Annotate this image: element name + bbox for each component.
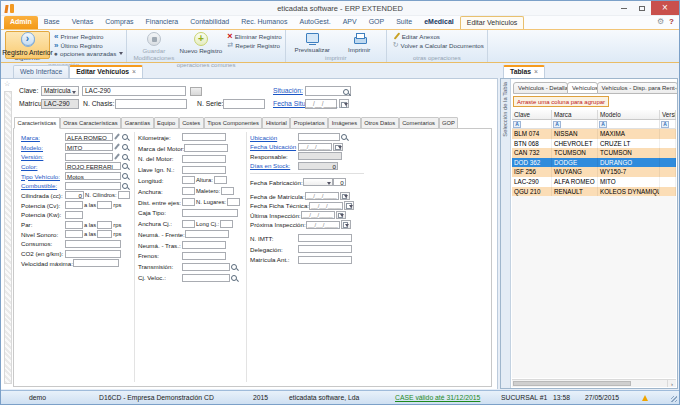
filter-cell[interactable]: [660, 120, 676, 128]
nivel-sonoro-field[interactable]: [97, 230, 112, 238]
edit-icon[interactable]: [113, 143, 121, 151]
cell[interactable]: [660, 187, 676, 197]
ribbon-tab-financiera[interactable]: Financiera: [140, 16, 185, 29]
filter-cell[interactable]: [598, 120, 660, 128]
filter-icon[interactable]: [599, 121, 607, 128]
potencia-cv-field[interactable]: [65, 201, 83, 209]
cell[interactable]: DURANGO: [598, 158, 660, 168]
filter-cell[interactable]: [552, 120, 598, 128]
ribbon-tab-compras[interactable]: Compras: [99, 16, 139, 29]
anchura-field[interactable]: [182, 187, 195, 195]
caja-tipo-field[interactable]: [182, 209, 238, 217]
anchura-cj-field[interactable]: [182, 220, 195, 228]
scroll-right-arrow-icon[interactable]: [667, 380, 676, 387]
edit-icon[interactable]: [113, 133, 121, 141]
cell[interactable]: MITO: [598, 177, 660, 187]
combustible-field[interactable]: [65, 182, 121, 190]
search-icon[interactable]: [121, 143, 129, 151]
search-icon[interactable]: [121, 172, 129, 180]
search-icon[interactable]: [340, 133, 348, 141]
dist-entre-ejes-field[interactable]: [227, 198, 240, 206]
form-tab-costes[interactable]: Costes: [179, 117, 204, 129]
filter-icon[interactable]: [553, 121, 561, 128]
cell[interactable]: [660, 148, 676, 158]
tipo-vehiculo-label[interactable]: Tipo Vehículo:: [21, 173, 65, 180]
anchura-cj-field[interactable]: [220, 220, 233, 228]
calendar-icon[interactable]: [344, 201, 354, 210]
warning-icon[interactable]: [642, 395, 648, 401]
cell[interactable]: BTN 068: [512, 139, 552, 149]
ribbon-tab-base[interactable]: Base: [38, 16, 66, 29]
potencia-kw-field[interactable]: [65, 211, 83, 219]
table-row-blm-074[interactable]: BLM 074NISSANMAXIMA: [512, 129, 676, 139]
marca-field[interactable]: ALFA ROMEO: [65, 133, 113, 141]
kilometraje-field[interactable]: [182, 133, 226, 141]
ribbon-tab-admin[interactable]: Admin: [4, 16, 38, 29]
par-field[interactable]: [65, 221, 83, 229]
cell[interactable]: [660, 139, 676, 149]
fecha-ubicacion-field[interactable]: __/__/____: [298, 143, 332, 151]
calendar-icon[interactable]: [333, 143, 343, 152]
form-tab-propietarios[interactable]: Propietarios: [290, 117, 328, 129]
cell[interactable]: LAC-290: [512, 177, 552, 187]
combustible-label[interactable]: Combustible:: [21, 182, 65, 189]
cell[interactable]: KOLEOS DYNAMIQUE: [598, 187, 660, 197]
filter-icon[interactable]: [513, 121, 521, 128]
table-row-lac-290[interactable]: LAC-290ALFA ROMEOMITO: [512, 177, 676, 187]
favorites-icon[interactable]: [4, 80, 10, 88]
velocidad-maxima-field[interactable]: [73, 259, 119, 267]
color-field[interactable]: ROJO FERRARI: [65, 162, 121, 170]
close-button[interactable]: [651, 1, 679, 15]
close-tab-icon[interactable]: [534, 68, 538, 75]
cell[interactable]: WUYANG: [552, 167, 598, 177]
cell[interactable]: CAN 732: [512, 148, 552, 158]
volver-a-calcular-documentos-button[interactable]: Volver a Calcular Documentos: [393, 41, 484, 50]
ribbon-tab-autogest[interactable]: AutoGest.: [293, 16, 336, 29]
ribbon-tab-apv[interactable]: APV: [337, 16, 363, 29]
fecha-ubicacion-label[interactable]: Fecha Ubicación: [250, 143, 298, 150]
form-tab-caracteristicas[interactable]: Características: [14, 117, 60, 129]
neuma-frente-field[interactable]: [185, 230, 229, 238]
cell[interactable]: RENAULT: [552, 187, 598, 197]
ribbon-tab-rec-humanos[interactable]: Rec. Humanos: [235, 16, 293, 29]
scrollbar-thumb[interactable]: [513, 381, 631, 386]
marca-label[interactable]: Marca:: [21, 134, 65, 141]
cell[interactable]: CHEVROLET: [552, 139, 598, 149]
column-header-modelo[interactable]: Modelo: [598, 110, 660, 119]
consumos-field[interactable]: [65, 240, 121, 248]
cell[interactable]: QGU 210: [512, 187, 552, 197]
horizontal-scrollbar[interactable]: [512, 379, 676, 387]
cell[interactable]: WY150-7: [598, 167, 660, 177]
longitud-field[interactable]: [214, 176, 227, 184]
eliminar-registro-button[interactable]: Eliminar Registro: [227, 32, 281, 41]
calendar-icon[interactable]: [336, 211, 346, 220]
frenos-field[interactable]: [182, 252, 226, 260]
search-icon[interactable]: [121, 182, 129, 190]
previsualizar-button[interactable]: Previsualizar: [290, 31, 335, 53]
cell[interactable]: [660, 129, 676, 139]
form-tab-equipo[interactable]: Equipo: [154, 117, 179, 129]
cell[interactable]: BLM 074: [512, 129, 552, 139]
form-tab-historial[interactable]: Historial: [262, 117, 290, 129]
marca-del-motor-field[interactable]: [184, 144, 228, 152]
cell[interactable]: TCUMSON: [552, 148, 598, 158]
grid-tab-vehiculos-detallada[interactable]: Vehículos - Detallada: [513, 82, 568, 94]
co2-field[interactable]: [65, 250, 121, 258]
ribbon-tab-gop[interactable]: GOP: [363, 16, 391, 29]
table-row-dod-362[interactable]: DOD 362DODGEDURANGO: [512, 158, 676, 168]
search-icon[interactable]: [121, 153, 129, 161]
chasis-field[interactable]: [115, 99, 187, 109]
color-label[interactable]: Color:: [21, 163, 65, 170]
delegacion-field[interactable]: [298, 245, 352, 253]
cj-veloc-field[interactable]: [182, 274, 230, 282]
tab-editar-vehiculos[interactable]: Editar Vehículos: [69, 65, 143, 78]
clave-field[interactable]: LAC-290: [82, 86, 186, 96]
cilindrada-field[interactable]: 0: [65, 191, 84, 199]
close-tab-icon[interactable]: [132, 68, 136, 75]
edit-icon[interactable]: [113, 153, 121, 161]
neuma-tras-field[interactable]: [182, 241, 226, 249]
calendar-icon[interactable]: [341, 220, 351, 229]
dias-en-stock-label[interactable]: Días en Stock:: [250, 162, 298, 169]
cilindrada-field[interactable]: [118, 191, 130, 199]
situacion-label[interactable]: Situación:: [273, 86, 303, 96]
